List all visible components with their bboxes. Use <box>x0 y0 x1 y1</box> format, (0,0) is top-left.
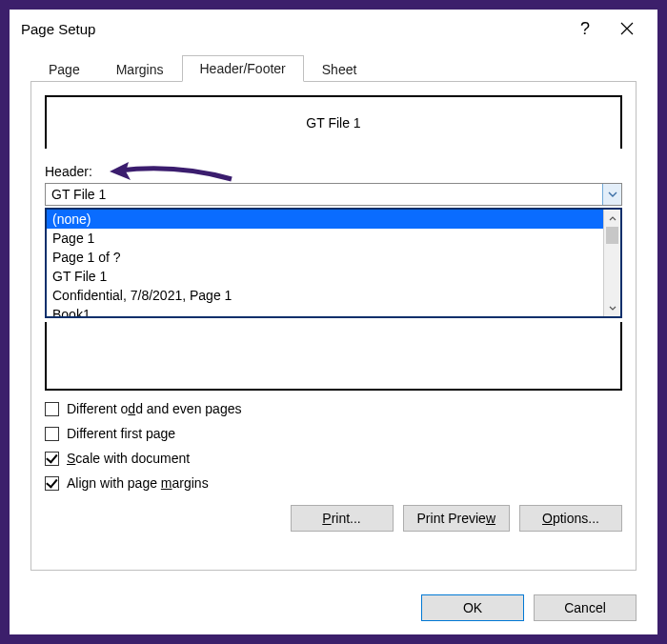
chevron-up-icon <box>609 216 616 221</box>
cancel-button[interactable]: Cancel <box>534 594 637 621</box>
check-odd-even[interactable] <box>45 402 59 416</box>
header-combo-value: GT File 1 <box>46 184 602 205</box>
ok-button[interactable]: OK <box>421 594 524 621</box>
annotation-arrow-icon <box>110 162 233 183</box>
dropdown-item-page1of[interactable]: Page 1 of ? <box>47 248 603 267</box>
dropdown-item-book1[interactable]: Book1 <box>47 305 603 316</box>
tab-content: GT File 1 Header: GT File 1 (none) Page … <box>30 81 637 571</box>
options-button[interactable]: Options... <box>519 505 622 532</box>
scroll-thumb[interactable] <box>606 227 618 244</box>
check-odd-even-row[interactable]: Different odd and even pages <box>45 396 622 421</box>
check-margins[interactable] <box>45 476 59 491</box>
dropdown-item-confidential[interactable]: Confidential, 7/8/2021, Page 1 <box>47 286 603 305</box>
dropdown-items: (none) Page 1 Page 1 of ? GT File 1 Conf… <box>47 210 603 316</box>
chevron-down-icon <box>608 191 617 197</box>
check-first-page[interactable] <box>45 427 59 441</box>
chevron-down-icon <box>609 306 616 311</box>
titlebar: Page Setup ? <box>10 10 657 48</box>
tab-strip: Page Margins Header/Footer Sheet <box>30 55 657 82</box>
scroll-up-button[interactable] <box>604 210 620 227</box>
header-preview-text: GT File 1 <box>306 115 360 131</box>
check-first-page-label: Different first page <box>67 426 175 441</box>
scroll-down-button[interactable] <box>604 299 620 316</box>
print-button[interactable]: Print... <box>291 505 394 532</box>
inner-button-row: Print... Print Preview Options... <box>45 505 622 532</box>
header-combo[interactable]: GT File 1 <box>45 183 622 206</box>
dropdown-item-gtfile1[interactable]: GT File 1 <box>47 267 603 286</box>
scroll-track[interactable] <box>604 227 620 299</box>
close-icon <box>620 22 634 35</box>
help-button[interactable]: ? <box>564 14 606 43</box>
close-button[interactable] <box>606 14 648 43</box>
check-scale-row[interactable]: Scale with document <box>45 446 622 471</box>
dialog-title: Page Setup <box>21 21 564 37</box>
dropdown-item-none[interactable]: (none) <box>47 210 603 229</box>
header-dropdown-list[interactable]: (none) Page 1 Page 1 of ? GT File 1 Conf… <box>45 208 622 318</box>
dropdown-scrollbar[interactable] <box>603 210 620 316</box>
tab-page[interactable]: Page <box>30 55 98 82</box>
check-margins-row[interactable]: Align with page margins <box>45 471 622 495</box>
page-setup-dialog: Page Setup ? Page Margins Header/Footer … <box>10 10 657 634</box>
header-preview-box: GT File 1 <box>45 95 622 149</box>
check-scale[interactable] <box>45 452 59 466</box>
tab-sheet[interactable]: Sheet <box>304 55 375 82</box>
dropdown-item-page1[interactable]: Page 1 <box>47 229 603 248</box>
print-preview-button[interactable]: Print Preview <box>403 505 510 532</box>
check-first-page-row[interactable]: Different first page <box>45 421 622 446</box>
tab-margins[interactable]: Margins <box>98 55 182 82</box>
dialog-footer: OK Cancel <box>10 585 657 634</box>
tab-header-footer[interactable]: Header/Footer <box>182 55 304 82</box>
footer-preview-box <box>45 322 622 391</box>
header-combo-button[interactable] <box>602 184 621 205</box>
header-label: Header: <box>45 164 622 179</box>
